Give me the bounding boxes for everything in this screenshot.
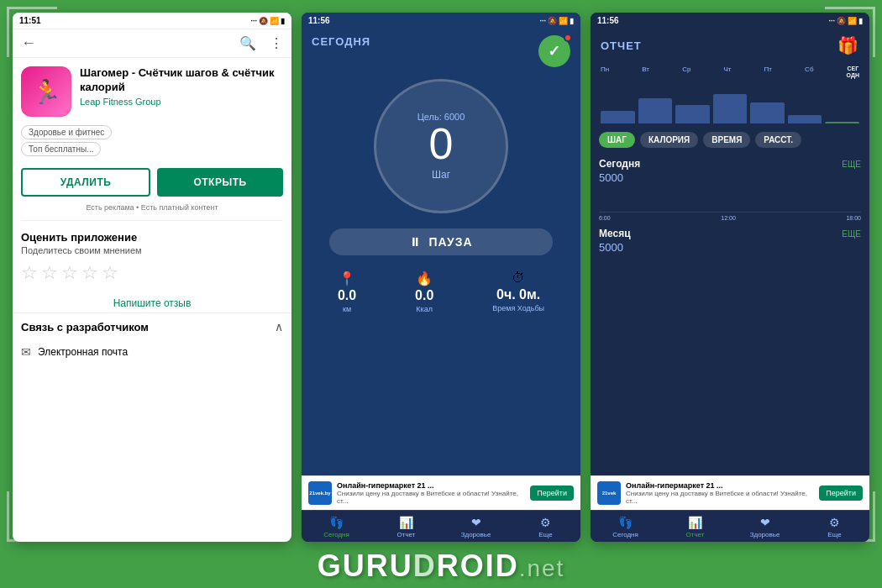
rating-title: Оценить приложение [21,231,283,244]
ad-logo-3: 21vek [597,481,621,505]
nav-health-2[interactable]: ❤ Здоровье [441,511,511,542]
ad-content-3: Онлайн-гипермаркет 21 ... Снизили цену н… [626,481,814,505]
report-header: ОТЧЕТ 🎁 [591,29,869,59]
ad-logo-text-2: 21vek.by [309,491,330,496]
status-bar-1: 11:51 ··· 🔕 📶 ▮ [13,13,291,29]
status-icons-2: ··· 🔕 📶 ▮ [539,17,574,25]
delete-button[interactable]: УДАЛИТЬ [21,168,150,197]
bar-mon [601,111,635,123]
screen-playstore: 11:51 ··· 🔕 📶 ▮ ← 🔍 ⋮ 🏃 Шагомер - Счётчи… [13,13,291,542]
brand-droid: D [413,549,437,583]
status-bar-3: 11:56 ··· 🔕 📶 ▮ [591,13,869,29]
today-value: 5000 [599,171,861,184]
gift-icon[interactable]: 🎁 [837,35,859,55]
nav-more-2[interactable]: ⚙ Еще [511,511,580,542]
today-section-header: Сегодня ЕЩЕ [599,158,861,170]
brand-bar: GURUDROID.net [0,544,882,588]
battery-icon-3: ▮ [858,17,863,25]
tag-top[interactable]: Топ бесплатны... [21,142,101,156]
star-1[interactable]: ☆ [21,262,38,284]
week-chart: Пн Вт Ср Чт Пт Сб СЕГОДН [591,59,869,127]
star-2[interactable]: ☆ [41,262,58,284]
bar-wed [675,105,710,124]
star-4[interactable]: ☆ [81,262,98,284]
day-thu: Чт [723,66,731,78]
rating-section: Оценить приложение Поделитесь своим мнен… [13,224,291,291]
star-3[interactable]: ☆ [61,262,78,284]
week-days: Пн Вт Ср Чт Пт Сб СЕГОДН [599,66,861,78]
stats-row: 📍 0.0 км 🔥 0.0 Ккал ⏱ 0ч. 0м. Время Ходь… [302,262,580,320]
signal-icon-2: 📶 [559,17,568,25]
bottom-nav-2: 👣 Сегодня 📊 Отчет ❤ Здоровье ⚙ Еще [302,510,580,542]
status-time-1: 11:51 [19,16,41,25]
nav-report-icon: 📊 [399,516,413,529]
report-title: ОТЧЕТ [601,39,642,52]
pause-button[interactable]: ⏸ ПАУЗА [329,228,553,255]
app-developer[interactable]: Leap Fitness Group [80,97,283,107]
silent-icon: 🔕 [259,17,268,25]
day-fri: Пт [764,66,772,78]
time-label-18: 18:00 [846,215,861,221]
star-5[interactable]: ☆ [102,262,118,284]
today-header: СЕГОДНЯ ✓ [302,29,580,71]
bar-thu [713,94,748,123]
dots-icon-3: ··· [828,17,835,25]
pause-icon: ⏸ [409,235,422,249]
nav-report-label: Отчет [397,531,416,538]
more-options-icon[interactable]: ⋮ [270,35,283,51]
open-button[interactable]: ОТКРЫТЬ [157,168,283,197]
nav-report-3[interactable]: 📊 Отчет [660,511,730,542]
distance-label: км [343,305,351,313]
bar-tue [638,98,673,123]
ad-notice: Есть реклама • Есть платный контент [13,202,291,217]
today-mini-chart: 6:00 12:00 18:00 [591,187,869,221]
filter-calorie[interactable]: КАЛОРИЯ [640,132,698,148]
email-row: ✉ Электронная почта [13,340,291,364]
nav-more-label-3: Еще [827,531,841,538]
nav-health-3[interactable]: ❤ Здоровье [730,511,800,542]
expand-icon[interactable]: ∧ [275,320,283,333]
star-rating[interactable]: ☆ ☆ ☆ ☆ ☆ [21,262,283,284]
ad-logo-2: 21vek.by [308,481,332,505]
filter-distance[interactable]: РАССТ. [755,132,801,148]
filter-step[interactable]: ШАГ [599,132,635,148]
nav-today-2[interactable]: 👣 Сегодня [302,511,371,542]
day-wed: Ср [682,66,690,78]
developer-section[interactable]: Связь с разработчиком ∧ [13,312,291,340]
status-icons-3: ··· 🔕 📶 ▮ [828,17,863,25]
screen-report: 11:56 ··· 🔕 📶 ▮ ОТЧЕТ 🎁 Пн Вт Ср Чт Пт С… [591,13,869,542]
nav-health-label: Здоровье [461,531,491,538]
today-more-link[interactable]: ЕЩЕ [842,160,861,169]
check-button[interactable]: ✓ [538,35,570,67]
write-review-link[interactable]: Напишите отзыв [13,291,291,312]
silent-icon-2: 🔕 [548,17,557,25]
step-circle: Цель: 6000 0 Шаг [374,79,508,213]
email-label[interactable]: Электронная почта [38,346,128,358]
filter-time[interactable]: ВРЕМЯ [703,132,750,148]
back-button[interactable]: ← [21,34,36,52]
notification-dot [564,34,572,42]
tag-health[interactable]: Здоровье и фитнес [21,125,112,139]
status-time-3: 11:56 [597,16,619,25]
brand-roid: ROID [437,549,519,583]
ad-goto-button-3[interactable]: Перейти [819,486,863,501]
search-icon[interactable]: 🔍 [239,35,256,51]
chart-baseline [599,212,861,213]
developer-title: Связь с разработчиком [21,321,149,333]
ad-goto-button-2[interactable]: Перейти [530,486,574,501]
nav-report-icon-3: 📊 [688,516,702,529]
app-info-section: 🏃 Шагомер - Счётчик шагов & счётчик кало… [13,58,291,125]
app-details: Шагомер - Счётчик шагов & счётчик калори… [80,66,283,107]
app-name: Шагомер - Счётчик шагов & счётчик калори… [80,66,283,95]
nav-more-3[interactable]: ⚙ Еще [800,511,869,542]
nav-report-2[interactable]: 📊 Отчет [371,511,441,542]
stat-time: ⏱ 0ч. 0м. Время Ходьбы [492,270,544,313]
nav-more-label: Еще [538,531,552,538]
nav-today-3[interactable]: 👣 Сегодня [591,511,660,542]
nav-report-label-3: Отчет [686,531,705,538]
bar-today [825,122,859,124]
email-icon: ✉ [21,345,31,359]
calories-label: Ккал [416,305,433,313]
month-more-link[interactable]: ЕЩЕ [842,229,861,239]
step-label: Шаг [432,169,450,181]
